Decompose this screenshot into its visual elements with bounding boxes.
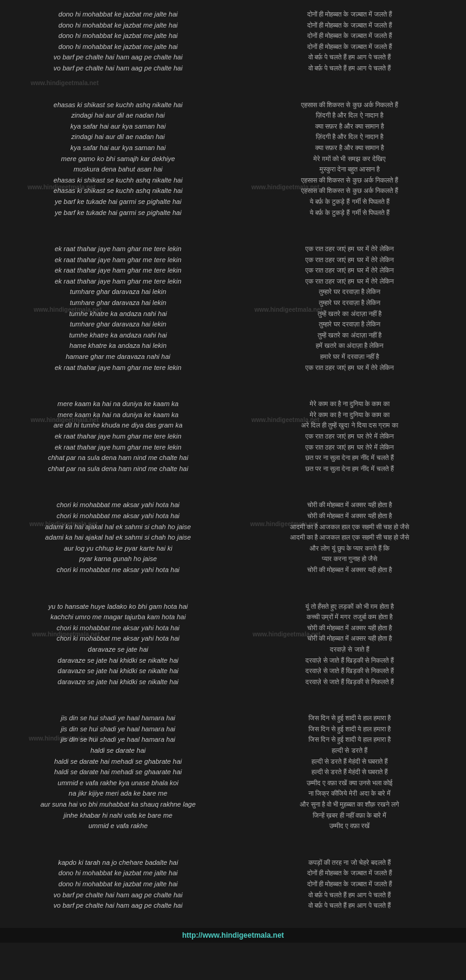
lyric-line-roman: muskura dena bahut asan hai [9,164,227,175]
stanza-3-roman: ek raat thahar jaye ham ghar me tere lek… [0,241,233,376]
lyric-line-hindi: मेरे काम का है ना दुनिया के काम का [239,410,460,421]
lyric-line-roman: daravaze se jate hai khidki se nikalte h… [9,666,227,677]
lyric-line-hindi: तुम्हारे घर दरवाज़ा है लेकिन [239,298,460,309]
stanza-4: mere kaam ka hai na duniya ke kaam kamer… [0,390,466,483]
lyric-line-hindi: दोनों ही मोहब्बत के जज़्बात में जलते हैं [239,868,460,879]
lyric-line-roman: tumhe khatre ka andaza nahi hai [9,309,227,320]
lyric-line-roman: kya safar hai aur kya saman hai [9,143,227,154]
lyric-line-roman: yu to hansate huye ladako ko bhi gam hot… [9,601,227,612]
lyric-line-hindi: दोनों ही मोहब्बत के जज़्बात में जलते हैं [239,31,460,42]
lyric-line-hindi: एक रात ठहर जाएं हम घर में तेरे लेकिन [239,276,460,287]
lyric-line-roman: vo barf pe chalte hai ham aag pe chalte … [9,52,227,63]
lyric-line-roman: ehasas ki shikast se kuchh ashq nikalte … [9,175,227,186]
lyric-line-hindi: दोनों ही मोहब्बत के जज़्बात में जलते हैं [239,42,460,53]
lyric-line-hindi: दोनों ही मोहब्बत के जज़्बात में जलते हैं [239,20,460,31]
lyric-line-hindi: दोनों ही मोहब्बत के जज़्बात में जलते हैं [239,9,460,20]
lyric-line-roman: jinhe khabar hi nahi vafa ke bare me [9,810,227,821]
footer[interactable]: http://www.hindigeetmala.net [0,928,466,943]
stanza-2-roman: ehasas ki shikast se kuchh ashq nikalte … [0,97,233,222]
stanza-6-hindi: यूं तो हँसते हुए लड़कों को भी ग़म होता ह… [233,598,466,691]
lyric-line-hindi: चोरी की मोहब्बत में अक्सर यही होता है [239,500,460,511]
lyric-line-roman: chori ki mohabbat me aksar yahi hota hai [9,633,227,644]
lyric-line-roman: vo barf pe chalte hai ham aag pe chalte … [9,890,227,901]
lyric-line-hindi: एक रात ठहर जाएं हम घर तेरे में लेकिन [239,442,460,453]
lyric-line-hindi: ना जिक्र कीजिये मेरी अदा के बारे में [239,788,460,799]
lyric-line-hindi: एहसास की शिकस्त से कुछ अर्क निकलते हैं [239,100,460,111]
lyric-line-roman: kya safar hai aur kya saman hai [9,121,227,132]
lyric-line-hindi: हमें खतरे का अंदाज़ा है लेकिन [239,341,460,352]
lyric-line-hindi: एक रात ठहर जाएं हम घर में तेरे लेकिन [239,363,460,374]
lyric-line-roman: chhat par na sula dena ham nind me chalt… [9,453,227,464]
lyric-line-hindi: एक रात ठहर जाएं हम घर में तेरे लेकिन [239,255,460,266]
lyric-line-roman: zindagi hai aur dil ae nadan hai [9,132,227,143]
lyric-line-hindi: और सुना है वो भी मुहब्बत का शौक़ रखने लग… [239,799,460,810]
lyric-line-hindi: मेरे काम का है ना दुनिया के काम का [239,399,460,410]
lyric-line-hindi: छत पर ना सुला देना हम नींद में चलते हैं [239,464,460,475]
stanza-8-roman: kapdo ki tarah na jo chehare badalte hai… [0,854,233,914]
lyric-line-roman: haldi se darate hai [9,745,227,756]
page-container: dono hi mohabbat ke jazbat me jalte haid… [0,0,466,943]
lyric-line-roman: daravaze se jate hai khidki se nikalte h… [9,655,227,666]
stanza-2: ehasas ki shikast se kuchh ashq nikalte … [0,91,466,228]
lyric-line-hindi: यूं तो हँसते हुए लड़कों को भी ग़म होता ह… [239,601,460,612]
lyric-line-hindi: तुम्हारे घर दरवाज़ा है लेकिन [239,287,460,298]
stanza-5-hindi: चोरी की मोहब्बत में अक्सर यही होता हैचोर… [233,497,466,578]
lyric-line-roman: vo barf pe chalte hai ham aag pe chalte … [9,63,227,74]
lyric-line-roman: ek raat thahar jaye ham ghar me tere lek… [9,265,227,276]
lyric-line-roman: aur suna hai vo bhi muhabbat ka shauq ra… [9,799,227,810]
lyric-line-roman: jis din se hui shadi ye haal hamara hai [9,724,227,735]
lyric-line-roman: ek raat thahar jaye ham ghar me tere lek… [9,363,227,374]
stanza-3-hindi: एक रात ठहर जाएं हम घर में तेरे लेकिनएक र… [233,241,466,376]
lyric-line-hindi: हमारे घर में दरवाज़ा नहीं है [239,352,460,363]
stanza-7-roman: jis din se hui shadi ye haal hamara haij… [0,710,233,835]
lyric-line-hindi: तुम्हारे घर दरवाज़ा है लेकिन [239,319,460,330]
lyric-line-roman: chhat par na sula dena ham nind me chalt… [9,464,227,475]
lyric-line-hindi: तुम्हें खतरे का अंदाज़ा नहीं है [239,330,460,341]
lyric-line-hindi: हल्दी से डरते हैं मेहंदी से घबराते हैं [239,767,460,778]
lyric-line-roman: tumhare ghar daravaza hai lekin [9,287,227,298]
lyric-line-roman: ummid e vafa rakhe [9,821,227,832]
lyric-line-hindi: प्यार करना गुनाह हो जैसे [239,554,460,565]
lyric-line-hindi: दरवाज़े से जाते हैं [239,644,460,655]
lyric-line-roman: hamare ghar me daravaza nahi hai [9,352,227,363]
lyric-line-roman: na jikr kijiye meri ada ke bare me [9,788,227,799]
lyric-line-roman: dono hi mohabbat ke jazbat me jalte hai [9,879,227,890]
stanza-1: dono hi mohabbat ke jazbat me jalte haid… [0,0,466,83]
lyric-line-hindi: चोरी की मोहब्बत में अक्सर यही होता है [239,565,460,576]
stanza-3: ek raat thahar jaye ham ghar me tere lek… [0,235,466,382]
lyric-line-hindi: वो बर्फ़ पे चलते हैं हम आग पे चलते हैं [239,63,460,74]
lyric-line-hindi: ये बर्फ़ के टुकड़े हैं गर्मी से पिघलते ह… [239,197,460,208]
lyric-line-hindi: आदमी का है आजकल हाल एक सहमी सी चाह हो जै… [239,532,460,543]
lyric-line-hindi: चोरी की मोहब्बत में अक्सर यही होता है [239,633,460,644]
lyric-line-roman: ek raat thahar jaye ham ghar me tere lek… [9,255,227,266]
lyric-line-roman: pyar karna gunah ho jaise [9,554,227,565]
lyric-line-hindi: एक रात ठहर जाएं हम घर में तेरे लेकिन [239,244,460,255]
lyric-line-roman: dono hi mohabbat ke jazbat me jalte hai [9,31,227,42]
stanza-8: kapdo ki tarah na jo chehare badalte hai… [0,848,466,921]
lyric-line-hindi: छत पर ना सुला देना हम नींद में चलते हैं [239,453,460,464]
stanza-1-hindi: दोनों ही मोहब्बत के जज़्बात में जलते हैं… [233,6,466,77]
lyric-line-hindi: वो बर्फ़ पे चलते हैं हम आग पे चलते हैं [239,52,460,63]
lyric-line-roman: ehasas ki shikast se kuchh ashq nikalte … [9,100,227,111]
lyric-line-roman: kachchi umro me magar tajurba kam hota h… [9,612,227,623]
lyric-line-roman: ummid e vafa rakhe kya unase bhala koi [9,778,227,789]
lyric-line-roman: mere kaam ka hai na duniya ke kaam ka [9,399,227,410]
lyric-line-roman: adami ka hai ajakal hal ek sahmi si chah… [9,532,227,543]
stanza-8-hindi: कपड़ों की तरह ना जो चेहरे बदलते हैंदोनों… [233,854,466,914]
lyric-line-hindi: कपड़ों की तरह ना जो चेहरे बदलते हैं [239,858,460,869]
stanza-6-roman: yu to hansate huye ladako ko bhi gam hot… [0,598,233,691]
stanza-1-roman: dono hi mohabbat ke jazbat me jalte haid… [0,6,233,77]
lyric-line-hindi: तुम्हें खतरे का अंदाज़ा नहीं है [239,309,460,320]
lyric-line-hindi: क्या सफ़र है और क्या सामान है [239,121,460,132]
lyric-line-hindi: क्या सफ़र है और क्या सामान है [239,143,460,154]
lyric-line-roman: jis din se hui shadi ye haal hamara hai [9,734,227,745]
lyric-line-hindi: हल्दी से डरते हैं [239,745,460,756]
lyric-line-hindi: वो बर्फ़ पे चलते हैं हम आग पे चलते हैं [239,900,460,911]
lyric-line-roman: tumhe khatre ka andaza nahi hai [9,330,227,341]
lyric-line-hindi: मुस्कुरा देना बहुत आसान है [239,164,460,175]
lyric-line-roman: ye barf ke tukade hai garmi se pighalte … [9,197,227,208]
stanza-2-hindi: एहसास की शिकस्त से कुछ अर्क निकलते हैंज़… [233,97,466,222]
lyric-line-roman: tumhare ghar daravaza hai lekin [9,319,227,330]
lyrics-wrapper: dono hi mohabbat ke jazbat me jalte haid… [0,0,466,921]
footer-url[interactable]: http://www.hindigeetmala.net [182,931,284,940]
